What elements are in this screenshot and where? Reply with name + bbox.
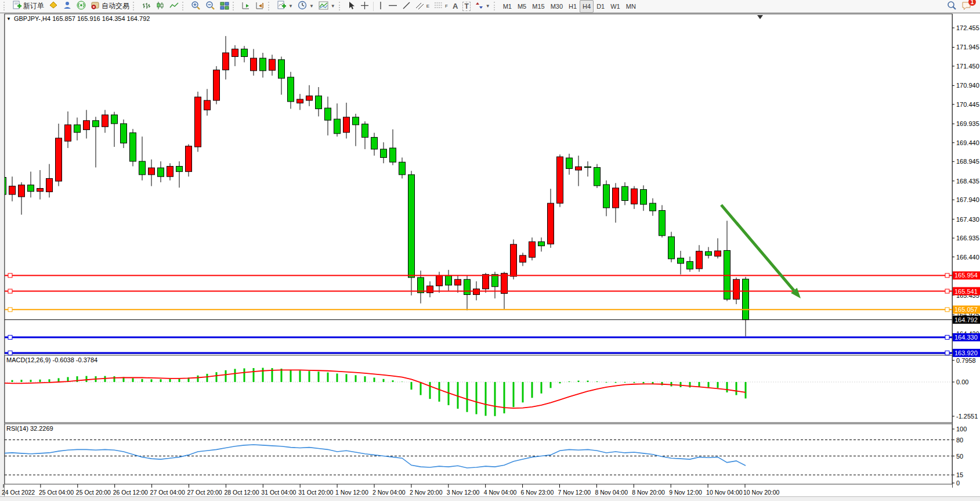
candle-bear [743,279,749,320]
hline-handle[interactable] [945,351,949,355]
candle-bull [223,53,229,70]
text-label-icon: T [462,2,470,11]
candle-bull [251,58,257,71]
price-axis-label: 171.945 [956,44,979,51]
hline-handle[interactable] [8,289,12,293]
macd-axis-label: -1.2551 [956,413,978,420]
bar-chart-button[interactable] [139,0,153,13]
vertical-line-button[interactable] [375,0,386,13]
tab-timeframe-h1[interactable]: H1 [566,0,580,13]
symbol-ohlc-line: ▼ GBPJPY-,H4 165.857 165.916 164.354 164… [6,15,150,22]
macd-axis-label: 0.00 [956,379,968,385]
hline-handle[interactable] [945,336,949,340]
templates-button[interactable]: ▼ [316,0,338,13]
chevron-down-icon: ▼ [288,3,293,9]
tab-timeframe-h4[interactable]: H4 [580,0,594,13]
price-axis-label: 166.935 [956,235,979,242]
candle-bull [149,168,155,175]
hline-handle[interactable] [945,273,949,277]
bar-chart-icon [142,1,151,12]
notifications-button[interactable]: 1 [959,0,974,13]
arrows-button[interactable]: ▼ [473,0,493,13]
hline-handle[interactable] [945,289,949,293]
candle-bull [195,97,201,147]
cursor-icon [348,1,356,12]
candle-bear [371,138,378,149]
candle-bear [362,124,368,138]
hline-handle[interactable] [8,273,12,277]
tab-timeframe-d1[interactable]: D1 [594,0,607,13]
hline-handle[interactable] [8,336,12,340]
chart-shift-button[interactable] [253,0,267,13]
zoom-in-button[interactable] [189,0,203,13]
candlestick-chart-button[interactable] [153,0,167,13]
candle-bear [279,60,285,78]
price-axis-label: 168.435 [956,178,979,185]
price-axis-label: 170.445 [956,101,979,108]
tab-timeframe-m5[interactable]: M5 [515,0,529,13]
rsi-axis-label: 50 [956,453,963,460]
tab-timeframe-m15[interactable]: M15 [529,0,547,13]
macd-axis-label: 0.7958 [956,357,976,364]
new-order-label: 新订单 [23,1,44,11]
chart-window[interactable]: 172.455171.945171.450170.940170.445169.9… [0,13,980,501]
metaeditor-icon [49,1,58,12]
periods-button[interactable]: ▼ [295,0,316,13]
fibonacci-button[interactable]: F [432,0,450,13]
price-tag-label: 164.330 [954,334,978,341]
candle-bull [56,138,62,181]
candle-bear [28,185,34,192]
autotrading-button[interactable]: 自动交易 [88,0,132,13]
candle-bear [260,58,266,71]
symbol-collapse-icon[interactable]: ▼ [6,16,11,21]
group-grip [233,2,237,10]
hline-handle[interactable] [8,308,12,312]
candle-bear [158,168,164,176]
candle-bull [455,279,461,285]
candle-bear [130,133,136,161]
horizontal-line-button[interactable] [386,0,400,13]
text-button[interactable]: A [450,0,460,13]
new-order-button[interactable]: 新订单 [10,0,46,13]
hline-handle[interactable] [945,308,949,312]
fibo-letter: F [445,3,448,9]
candle-bull [269,59,276,70]
cursor-button[interactable] [345,0,358,13]
candle-bull [167,166,173,176]
tile-windows-button[interactable] [218,0,232,13]
tab-timeframe-mn[interactable]: MN [623,0,639,13]
chart-canvas[interactable]: 172.455171.945171.450170.940170.445169.9… [0,0,980,501]
market-button[interactable] [60,0,74,13]
tab-timeframe-w1[interactable]: W1 [607,0,623,13]
time-axis-label: 6 Nov 23:00 [521,489,554,496]
crosshair-button[interactable] [358,0,371,13]
search-button[interactable] [944,0,959,13]
candle-bear [464,279,471,294]
candle-bear [74,125,81,132]
tab-timeframe-m30[interactable]: M30 [548,0,566,13]
line-chart-button[interactable] [167,0,181,13]
text-label-button[interactable]: T [460,0,472,13]
tab-timeframe-m1[interactable]: M1 [500,0,515,13]
trendline-button[interactable] [400,0,413,13]
candle-bull [214,70,220,100]
auto-scroll-button[interactable] [239,0,253,13]
time-axis-label: 27 Oct 04:00 [150,489,185,496]
metaeditor-button[interactable] [46,0,60,13]
time-axis-label: 8 Nov 04:00 [595,489,628,496]
candle-bear [603,185,610,208]
time-axis-label: 7 Nov 12:00 [558,489,591,496]
zoom-out-button[interactable] [203,0,218,13]
price-axis-label: 169.440 [956,139,979,146]
candle-bear [641,189,647,204]
equidistant-channel-button[interactable]: E [413,0,432,13]
signals-button[interactable] [74,0,88,13]
new-chart-button[interactable]: ▼ [274,0,295,13]
hline-handle[interactable] [8,351,12,355]
candle-bull [65,125,71,141]
time-axis-label: 31 Oct 04:00 [261,489,296,496]
candlestick-chart-icon [156,1,165,12]
candle-bull [186,146,192,172]
candle-bull [102,115,109,127]
candle-bear [446,276,452,285]
